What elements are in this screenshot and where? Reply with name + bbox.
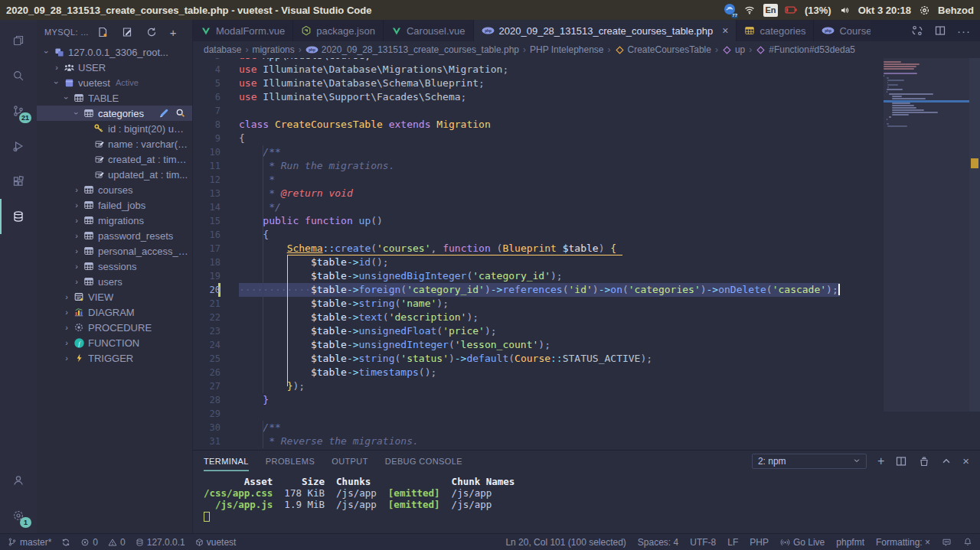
chevron-right-icon[interactable]: › [71,185,82,194]
kill-terminal-icon[interactable] [918,455,930,467]
edit-file-icon[interactable] [121,26,133,38]
breadcrumb-item-migrations[interactable]: migrations [252,44,294,55]
add-terminal-icon[interactable]: + [877,455,884,467]
sidebar-item-failed-jobs[interactable]: ›failed_jobs [37,197,192,213]
activity-item-database[interactable] [0,199,37,234]
chevron-right-icon[interactable]: › [71,216,82,225]
edit-icon[interactable] [158,108,169,119]
tab-carousel-vue[interactable]: Carousel.vue [384,20,474,41]
sidebar-item-user[interactable]: ›USER [37,60,192,75]
close-panel-icon[interactable]: × [962,455,969,467]
new-query-icon[interactable] [96,26,109,38]
panel-tab-output[interactable]: OUTPUT [332,451,368,471]
activity-item-account[interactable] [0,463,37,498]
sidebar-item-127-0-0-1-3306-root[interactable]: ›127.0.0.1_3306_root... [37,44,192,60]
status-0[interactable]: 0 [80,537,98,548]
status-vuetest[interactable]: vuetest [195,537,237,548]
sidebar-item-table[interactable]: ›TABLE [37,90,192,106]
sidebar-item-personal-access-t[interactable]: ›personal_access_t... [37,243,192,259]
user-name[interactable]: Behzod [938,5,974,16]
breadcrumb-item-createcoursestable[interactable]: CreateCoursesTable [615,44,711,55]
sidebar-item-view[interactable]: ›VIEW [37,289,192,304]
tab-categories[interactable]: categories [737,20,814,41]
chevron-down-icon[interactable]: › [72,108,81,119]
minimap[interactable] [884,58,969,450]
sidebar-item-password-resets[interactable]: ›password_resets [37,228,192,243]
status-sync[interactable] [61,538,70,547]
split-terminal-icon[interactable] [895,455,907,467]
status-feedback[interactable] [942,538,952,547]
tab-package-json[interactable]: package.json [293,20,384,41]
activity-item-debug[interactable] [0,129,37,164]
add-icon[interactable]: + [170,27,177,38]
breadcrumb-item-2020-09-28-131513-create-courses-table-php[interactable]: php2020_09_28_131513_create_courses_tabl… [305,44,519,55]
activity-item-files[interactable] [0,23,37,58]
status-ln-20-col-101-100-selected[interactable]: Ln 20, Col 101 (100 selected) [505,537,626,548]
status-lf[interactable]: LF [727,537,738,548]
status-bell[interactable] [963,537,972,547]
sidebar-item-function[interactable]: ›fFUNCTION [37,335,192,350]
search-small-icon[interactable] [175,108,186,119]
editor-scrollbar[interactable] [969,58,980,450]
chevron-right-icon[interactable]: › [61,353,72,363]
panel-tab-debug-console[interactable]: DEBUG CONSOLE [385,451,462,471]
status-phpfmt[interactable]: phpfmt [836,537,864,548]
sidebar-item-created-at-time[interactable]: created_at : time... [37,151,192,167]
status-utf-8[interactable]: UTF-8 [690,537,716,548]
chevron-right-icon[interactable]: › [61,338,72,347]
chevron-right-icon[interactable]: › [61,292,72,301]
code-editor[interactable]: 3use App\Models\Course;4use Illuminate\D… [193,58,980,450]
chevron-down-icon[interactable]: › [62,93,71,103]
breadcrumb-item-up[interactable]: up [722,44,745,55]
chevron-right-icon[interactable]: › [61,323,72,332]
panel-tab-terminal[interactable]: TERMINAL [204,451,249,471]
sidebar-item-trigger[interactable]: ›TRIGGER [37,350,192,366]
chevron-right-icon[interactable]: › [71,277,82,286]
tab-2020-09-28-131513-create-courses-table-php[interactable]: php2020_09_28_131513_create_courses_tabl… [474,20,737,41]
chevron-right-icon[interactable]: › [71,231,82,240]
activity-item-extensions[interactable] [0,164,37,199]
maximize-panel-icon[interactable] [941,456,952,467]
chevron-right-icon[interactable]: › [71,246,82,255]
sidebar-item-courses[interactable]: ›courses [37,182,192,197]
breadcrumb-item-database[interactable]: database [204,44,241,55]
refresh-icon[interactable] [145,26,158,38]
close-icon[interactable]: × [722,25,728,36]
status-formatting[interactable]: Formatting: × [876,537,930,548]
clock[interactable]: Okt 3 20:18 [858,5,911,16]
status-php[interactable]: PHP [750,537,769,548]
wifi-icon[interactable] [743,4,756,17]
activity-item-source-control[interactable]: 21 [0,93,37,129]
sidebar-item-diagram[interactable]: ›DIAGRAM [37,304,192,320]
chevron-right-icon[interactable]: › [71,262,82,271]
chevron-right-icon[interactable]: › [61,308,72,317]
keyboard-layout-indicator[interactable]: En [763,4,778,17]
more-icon[interactable]: ··· [957,25,971,37]
sidebar-item-migrations[interactable]: ›migrations [37,213,192,228]
status-spaces-4[interactable]: Spaces: 4 [638,537,678,548]
status-127-0-0-1[interactable]: 127.0.0.1 [136,537,185,548]
chevron-down-icon[interactable]: › [52,77,61,88]
sidebar-item-sessions[interactable]: ›sessions [37,259,192,274]
app-indicator-icon[interactable]: 77 [724,4,737,17]
status-0[interactable]: 0 [108,537,126,548]
breadcrumb-item-php-intelephense[interactable]: PHP Intelephense [530,44,604,55]
sidebar-item-updated-at-tim[interactable]: updated_at : tim... [37,167,192,182]
volume-icon[interactable] [838,4,851,17]
battery-icon[interactable] [785,4,798,17]
session-gear-icon[interactable] [918,4,931,17]
tab-coursecc[interactable]: phpCourseCc [814,20,871,41]
chevron-right-icon[interactable]: › [51,63,62,72]
chevron-right-icon[interactable]: › [71,200,82,210]
sidebar-item-users[interactable]: ›users [37,274,192,289]
sidebar-item-procedure[interactable]: ›PROCEDURE [37,320,192,335]
breadcrumb-item-function-d53deda5[interactable]: #Function#d53deda5 [756,44,855,55]
chevron-down-icon[interactable]: › [42,47,51,57]
panel-tab-problems[interactable]: PROBLEMS [266,451,315,471]
sidebar-item-id-bigint-20-uns[interactable]: id : bigint(20) uns... [37,121,192,136]
sidebar-item-vuetest[interactable]: ›vuetestActive [37,75,192,90]
status-go-live[interactable]: Go Live [780,537,825,548]
terminal-output[interactable]: Asset Size Chunks Chunk Names/css/app.cs… [193,471,980,533]
sidebar-item-categories[interactable]: ›categories [37,106,192,121]
sidebar-item-name-varchar-2[interactable]: name : varchar(2... [37,136,192,151]
